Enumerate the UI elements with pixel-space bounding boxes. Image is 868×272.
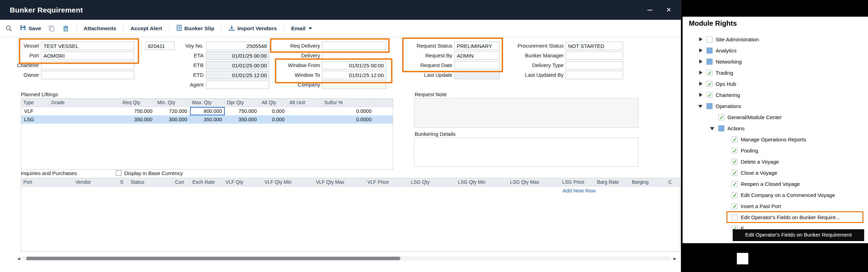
- delete-trash-icon[interactable]: [63, 25, 69, 32]
- checkbox-checked[interactable]: [707, 81, 712, 87]
- cell-req-qty[interactable]: 350.000: [120, 115, 155, 124]
- voy-no-field[interactable]: [206, 42, 269, 50]
- tree-item-insert-a-past-port[interactable]: Insert a Past Port: [723, 201, 781, 211]
- request-date-field[interactable]: [454, 61, 500, 69]
- cell-grade[interactable]: [49, 115, 120, 124]
- tree-item-pooling[interactable]: Pooling: [723, 146, 758, 155]
- checkbox-checked[interactable]: [732, 137, 738, 142]
- checkbox-checked[interactable]: [732, 203, 738, 209]
- column-header-status[interactable]: Status: [128, 178, 173, 187]
- bunkering-details-textarea[interactable]: [414, 138, 638, 167]
- import-vendors-button[interactable]: Import Vendors: [229, 25, 277, 32]
- cell-alt-qty[interactable]: 0.000: [260, 107, 287, 115]
- cell-alt-unit[interactable]: [287, 115, 322, 124]
- column-header-vendor[interactable]: Vendor: [73, 178, 118, 187]
- column-header-opr-qty[interactable]: Opr Qty: [225, 99, 260, 107]
- cell-grade[interactable]: [49, 107, 120, 115]
- cell-max-qty-selected[interactable]: 800.000: [190, 107, 225, 115]
- column-header-req-qty[interactable]: Req Qty: [120, 99, 155, 107]
- request-by-field[interactable]: [454, 51, 500, 60]
- cell-min-qty[interactable]: 300.000: [155, 115, 190, 124]
- tree-item-close-a-voyage[interactable]: Close a Voyage: [723, 168, 777, 177]
- checkbox-checked[interactable]: [707, 70, 712, 76]
- column-header-exch-rate[interactable]: Exch Rate: [190, 178, 223, 187]
- eta-field[interactable]: [206, 51, 269, 60]
- scroll-left-arrow[interactable]: ◀: [16, 256, 22, 261]
- checkbox-checked[interactable]: [718, 114, 724, 120]
- tree-item-actions[interactable]: Actions: [710, 124, 744, 133]
- expander-expanded-icon[interactable]: [710, 125, 715, 131]
- cell-req-qty[interactable]: 750.000: [120, 107, 155, 115]
- column-header-clipped[interactable]: C: [666, 178, 680, 187]
- cell-type[interactable]: VLF: [21, 107, 49, 115]
- delivery-field[interactable]: [322, 51, 386, 60]
- expander-collapsed-icon[interactable]: [698, 81, 703, 86]
- charterer-field[interactable]: [41, 61, 134, 69]
- column-header-lsg-price[interactable]: LSG Price: [560, 178, 595, 187]
- column-header-type[interactable]: Type: [21, 99, 49, 107]
- column-header-barging[interactable]: Barging: [630, 178, 666, 187]
- column-header-sulfur[interactable]: Sulfur %: [322, 99, 374, 107]
- expander-collapsed-icon[interactable]: [698, 48, 703, 53]
- port-field[interactable]: [41, 51, 134, 60]
- column-header-vlf-price[interactable]: VLF Price: [365, 178, 409, 187]
- tree-item-ops-hub[interactable]: Ops Hub: [698, 79, 736, 88]
- tree-item-edit-operators-fields-bunker-requirement[interactable]: Edit Operator's Fields on Bunker Require…: [723, 213, 840, 222]
- cell-opr-qty[interactable]: 750.000: [225, 107, 260, 115]
- column-header-port[interactable]: Port: [21, 178, 73, 187]
- bunker-manager-field[interactable]: [566, 51, 623, 60]
- checkbox-partial[interactable]: [707, 59, 712, 65]
- tree-item-general-module-center[interactable]: General/Module Center: [710, 113, 782, 122]
- save-button[interactable]: Save: [20, 25, 41, 32]
- req-delivery-field[interactable]: [322, 42, 386, 50]
- email-dropdown-button[interactable]: Email: [291, 25, 312, 32]
- column-header-s[interactable]: S: [118, 178, 128, 187]
- tree-item-chartering[interactable]: Chartering: [698, 90, 740, 99]
- cell-type[interactable]: LSG: [21, 115, 49, 124]
- expander-collapsed-icon[interactable]: [698, 59, 703, 64]
- expander-collapsed-icon[interactable]: [698, 36, 703, 42]
- horizontal-scrollbar-thumb[interactable]: [26, 257, 400, 260]
- checkbox-checked[interactable]: [707, 92, 712, 98]
- accept-alert-button[interactable]: Accept Alert: [130, 25, 162, 32]
- last-update-field[interactable]: [454, 71, 500, 79]
- window-to-field[interactable]: [322, 71, 386, 79]
- tree-item-manage-operations-reports[interactable]: Manage Operations Reports: [723, 135, 806, 144]
- checkbox-checked[interactable]: [732, 148, 738, 154]
- agent-field[interactable]: [206, 81, 269, 89]
- bunker-slip-button[interactable]: Bunker Slip: [176, 25, 214, 32]
- request-note-textarea[interactable]: [414, 98, 638, 128]
- checkbox-checked[interactable]: [732, 192, 738, 198]
- company-field[interactable]: [322, 81, 386, 89]
- column-header-lsg-qty[interactable]: LSG Qty: [409, 178, 456, 187]
- procurement-status-field[interactable]: [566, 42, 623, 50]
- expander-expanded-icon[interactable]: [698, 103, 703, 109]
- display-base-currency-checkbox[interactable]: [116, 170, 121, 176]
- tree-item-networking[interactable]: Networking: [698, 57, 742, 66]
- tree-item-edit-company-commenced-voyage[interactable]: Edit Company on a Commenced Voyage: [723, 190, 835, 199]
- attachments-button[interactable]: Attachments: [83, 25, 116, 32]
- expander-collapsed-icon[interactable]: [698, 70, 703, 75]
- add-new-row-link[interactable]: Add New Row: [563, 188, 596, 193]
- checkbox-unchecked[interactable]: [707, 36, 712, 42]
- last-updated-by-field[interactable]: [566, 71, 623, 79]
- column-header-alt-unit[interactable]: Alt Unit: [287, 99, 322, 107]
- expander-collapsed-icon[interactable]: [698, 92, 703, 98]
- cell-sulfur[interactable]: 0.0000: [322, 115, 374, 124]
- tree-item-site-administration[interactable]: Site Administration: [698, 35, 759, 44]
- column-header-vlf-qty-min[interactable]: VLF Qty Min: [262, 178, 314, 187]
- cell-opr-qty[interactable]: 350.000: [225, 115, 260, 124]
- column-header-min-qty[interactable]: Min. Qty: [155, 99, 190, 107]
- column-header-alt-qty[interactable]: Alt Qty: [260, 99, 287, 107]
- cell-sulfur[interactable]: 0.0000: [322, 107, 374, 115]
- table-row[interactable]: LSG 350.000 300.000 350.000 350.000 0.00…: [21, 115, 393, 124]
- column-header-grade[interactable]: Grade: [49, 99, 120, 107]
- tree-item-reopen-a-closed-voyage[interactable]: Reopen a Closed Voyage: [723, 179, 800, 188]
- checkbox-partial[interactable]: [707, 48, 712, 53]
- tree-item-operations[interactable]: Operations: [698, 101, 741, 110]
- delivery-type-field[interactable]: [566, 61, 623, 69]
- etb-field[interactable]: [206, 61, 269, 69]
- column-header-vlf-qty[interactable]: VLF Qty: [223, 178, 262, 187]
- checkbox-partial[interactable]: [707, 103, 712, 109]
- cell-min-qty[interactable]: 720.000: [155, 107, 190, 115]
